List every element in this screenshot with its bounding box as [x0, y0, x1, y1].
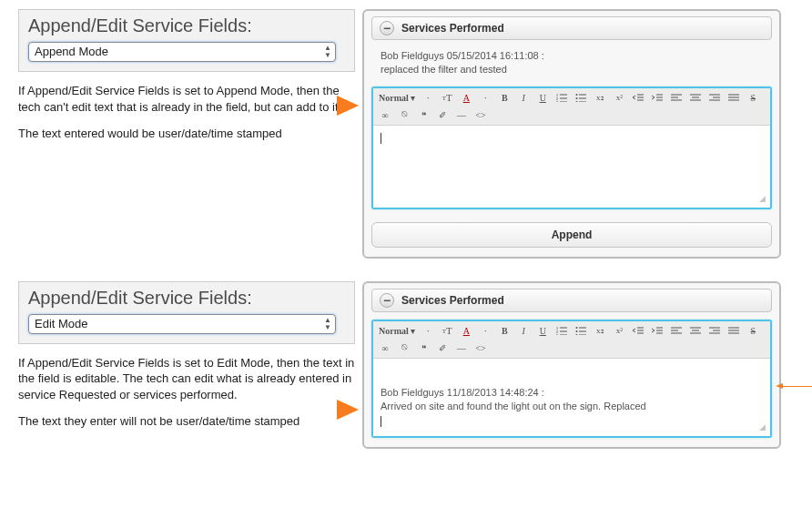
resize-handle-icon[interactable]: ◢	[759, 425, 768, 434]
eraser-icon[interactable]: ✐	[436, 108, 449, 122]
font-size-icon[interactable]: TT	[441, 91, 453, 105]
italic-icon[interactable]: I	[517, 91, 530, 105]
callout-arrow-icon	[337, 96, 359, 116]
rich-text-editor: Normal ▾ · TT A · B I U 123	[371, 86, 772, 209]
align-left-icon[interactable]	[670, 91, 683, 105]
subscript-icon[interactable]: x₂	[594, 324, 606, 338]
divider-icon: ·	[479, 91, 492, 105]
underline-icon[interactable]: U	[536, 324, 549, 338]
quote-icon[interactable]: ❝	[417, 341, 430, 355]
italic-icon[interactable]: I	[517, 324, 530, 338]
text-color-icon[interactable]: A	[460, 324, 472, 338]
strikethrough-icon[interactable]: S	[746, 324, 759, 338]
record-text: Arrived on site and found the light out …	[381, 401, 646, 411]
text-color-icon[interactable]: A	[460, 91, 472, 105]
description-1: If Append/Edit Service Fields is set to …	[18, 83, 355, 115]
mode-select[interactable]: Edit Mode ▲▼	[28, 314, 336, 334]
append-button[interactable]: Append	[371, 222, 772, 248]
ordered-list-icon[interactable]: 123	[555, 324, 568, 338]
svg-point-10	[576, 101, 578, 102]
svg-point-40	[576, 334, 578, 335]
hr-icon[interactable]: —	[455, 108, 468, 122]
right-column-2: − Services Performed Normal ▾ · TT A · B…	[362, 281, 794, 449]
ordered-list-icon[interactable]: 123	[555, 91, 568, 105]
outdent-icon[interactable]	[632, 324, 645, 338]
align-justify-icon[interactable]	[727, 324, 740, 338]
text-cursor-icon	[381, 416, 381, 427]
code-icon[interactable]: <>	[474, 341, 487, 355]
align-left-icon[interactable]	[670, 324, 683, 338]
divider-icon: ·	[421, 91, 434, 105]
align-right-icon[interactable]	[708, 91, 721, 105]
bullet-list-icon[interactable]	[574, 91, 587, 105]
font-size-icon[interactable]: TT	[441, 324, 453, 338]
indent-icon[interactable]	[651, 91, 664, 105]
panel-title: Services Performed	[401, 294, 504, 307]
field-heading: Append/Edit Service Fields:	[28, 288, 345, 309]
collapse-icon[interactable]: −	[380, 21, 394, 36]
strikethrough-icon[interactable]: S	[746, 91, 759, 105]
collapse-icon[interactable]: −	[380, 293, 394, 308]
record-text: replaced the filter and tested	[381, 64, 507, 75]
bold-icon[interactable]: B	[498, 91, 511, 105]
editor-textarea[interactable]: ◢	[373, 126, 770, 208]
svg-point-6	[576, 94, 578, 96]
rich-text-editor: Normal ▾ · TT A · B I U 123	[371, 320, 772, 438]
description-2: The text they enter will not be user/dat…	[18, 413, 355, 430]
divider-icon: ·	[421, 324, 434, 338]
select-arrows-icon: ▲▼	[324, 317, 331, 331]
superscript-icon[interactable]: x²	[613, 91, 625, 105]
mode-select-value: Append Mode	[35, 45, 108, 58]
field-heading: Append/Edit Service Fields:	[28, 15, 345, 36]
bold-icon[interactable]: B	[498, 324, 511, 338]
align-center-icon[interactable]	[689, 91, 702, 105]
unlink-icon[interactable]: ⦰	[398, 108, 411, 122]
subscript-icon[interactable]: x₂	[594, 91, 606, 105]
align-right-icon[interactable]	[708, 324, 721, 338]
underline-icon[interactable]: U	[536, 91, 549, 105]
services-panel-append: − Services Performed Bob Fieldguys 05/15…	[362, 9, 781, 259]
left-column-1: Append/Edit Service Fields: Append Mode …	[18, 9, 355, 153]
svg-point-36	[576, 327, 578, 329]
callout-arrow-icon	[337, 400, 359, 420]
style-dropdown[interactable]: Normal ▾	[379, 91, 415, 105]
field-config-box: Append/Edit Service Fields: Append Mode …	[18, 9, 355, 72]
superscript-icon[interactable]: x²	[613, 324, 625, 338]
code-icon[interactable]: <>	[474, 108, 487, 122]
existing-record: Bob Fieldguys 05/15/2014 16:11:08 : repl…	[371, 47, 772, 86]
divider-icon: ·	[479, 324, 492, 338]
left-column-2: Append/Edit Service Fields: Edit Mode ▲▼…	[18, 281, 355, 441]
align-center-icon[interactable]	[689, 324, 702, 338]
select-arrows-icon: ▲▼	[324, 45, 331, 59]
panel-title: Services Performed	[401, 22, 504, 35]
editor-textarea[interactable]: Bob Fieldguys 11/18/2013 14:48:24 : Arri…	[373, 359, 770, 436]
bullet-list-icon[interactable]	[574, 324, 587, 338]
style-dropdown[interactable]: Normal ▾	[379, 324, 415, 338]
resize-handle-icon[interactable]: ◢	[759, 197, 768, 206]
quote-icon[interactable]: ❝	[417, 108, 430, 122]
hr-icon[interactable]: —	[455, 341, 468, 355]
panel-header[interactable]: − Services Performed	[371, 289, 772, 312]
outdent-icon[interactable]	[632, 91, 645, 105]
description-2: The text entered would be user/date/time…	[18, 126, 355, 142]
description-1: If Append/Edit Service Fields is set to …	[18, 355, 355, 403]
link-icon[interactable]: ∞	[379, 341, 391, 355]
editor-toolbar: Normal ▾ · TT A · B I U 123	[373, 321, 770, 359]
section-append-mode: Append/Edit Service Fields: Append Mode …	[18, 9, 794, 259]
link-icon[interactable]: ∞	[379, 108, 391, 122]
section-edit-mode: Append/Edit Service Fields: Edit Mode ▲▼…	[18, 281, 794, 449]
eraser-icon[interactable]: ✐	[436, 341, 449, 355]
right-column-1: − Services Performed Bob Fieldguys 05/15…	[362, 9, 794, 259]
field-config-box: Append/Edit Service Fields: Edit Mode ▲▼	[18, 281, 355, 344]
align-justify-icon[interactable]	[727, 91, 740, 105]
unlink-icon[interactable]: ⦰	[398, 341, 411, 355]
callout-thin-arrow-icon	[781, 386, 812, 387]
mode-select[interactable]: Append Mode ▲▼	[28, 42, 336, 62]
svg-text:3: 3	[556, 100, 558, 102]
editor-toolbar: Normal ▾ · TT A · B I U 123	[373, 88, 770, 126]
record-stamp: Bob Fieldguys 11/18/2013 14:48:24 :	[381, 387, 544, 398]
indent-icon[interactable]	[651, 324, 664, 338]
svg-text:3: 3	[556, 333, 558, 335]
panel-header[interactable]: − Services Performed	[371, 16, 772, 40]
svg-point-38	[576, 330, 578, 332]
